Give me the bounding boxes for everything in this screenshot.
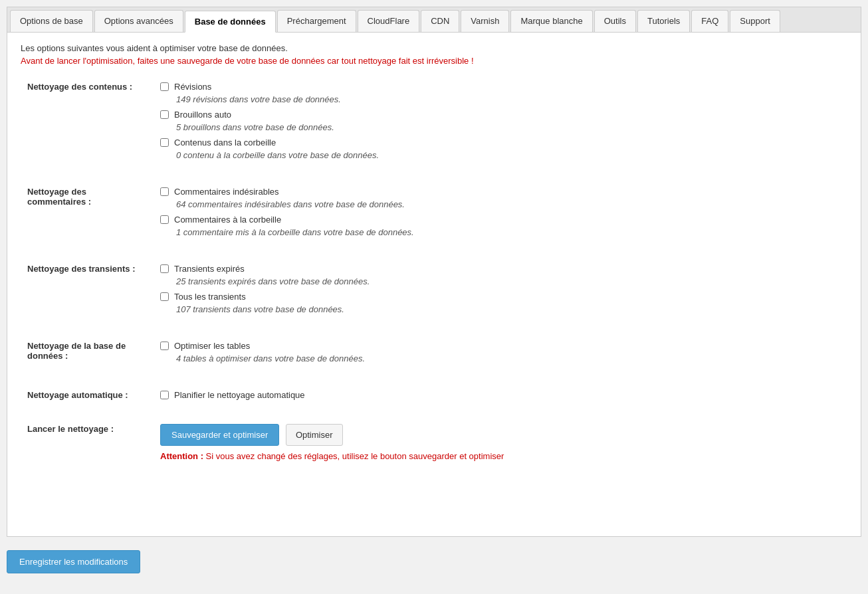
tab-tutoriels[interactable]: Tutoriels	[637, 10, 690, 32]
stat-transients-expires: 25 transients expirés dans votre base de…	[176, 276, 841, 286]
info-warning: Avant de lancer l'optimisation, faites u…	[21, 56, 847, 66]
label-commentaires: Nettoyage des commentaires :	[21, 181, 154, 248]
save-optimize-button[interactable]: Sauvegarder et optimiser	[160, 424, 279, 446]
gap-row-5	[21, 408, 847, 419]
attention-prefix: Attention :	[160, 451, 206, 461]
label-commentaires-corbeille[interactable]: Commentaires à la corbeille	[174, 215, 281, 225]
tab-varnish[interactable]: Varnish	[461, 10, 509, 32]
settings-table: Nettoyage des contenus : Révisions 149 r…	[21, 76, 847, 466]
bottom-bar: Enregistrer les modifications	[7, 546, 861, 577]
save-modifications-button[interactable]: Enregistrer les modifications	[7, 550, 140, 573]
tab-marque-blanche[interactable]: Marque blanche	[510, 10, 592, 32]
section-bdd: Nettoyage de la base de données : Optimi…	[21, 336, 847, 374]
page-wrapper: Options de baseOptions avancéesBase de d…	[7, 7, 861, 577]
tab-cdn[interactable]: CDN	[421, 10, 459, 32]
options-commentaires: Commentaires indésirables 64 commentaire…	[154, 181, 847, 248]
gap-row-1	[21, 171, 847, 181]
tab-cloudflare[interactable]: CloudFlare	[358, 10, 420, 32]
gap-row-4	[21, 374, 847, 385]
label-auto: Nettoyage automatique :	[21, 385, 154, 408]
checkbox-tous-transients[interactable]	[160, 292, 169, 301]
section-transients: Nettoyage des transients : Transients ex…	[21, 258, 847, 325]
options-auto: Planifier le nettoyage automatique	[154, 385, 847, 408]
label-tous-transients[interactable]: Tous les transients	[174, 292, 246, 302]
tab-faq[interactable]: FAQ	[691, 10, 728, 32]
tab-prechargement[interactable]: Préchargement	[277, 10, 356, 32]
section-launch: Lancer le nettoyage : Sauvegarder et opt…	[21, 419, 847, 466]
checkbox-row-contenus-corbeille: Contenus dans la corbeille	[160, 138, 841, 148]
info-description: Les options suivantes vous aident à opti…	[21, 43, 847, 53]
tab-base-de-donnees[interactable]: Base de données	[185, 11, 276, 33]
label-planifier-auto[interactable]: Planifier le nettoyage automatique	[174, 390, 305, 400]
checkbox-row-transients-expires: Transients expirés	[160, 264, 841, 274]
tab-outils[interactable]: Outils	[594, 10, 636, 32]
checkbox-row-brouillons: Brouillons auto	[160, 110, 841, 120]
options-launch: Sauvegarder et optimiser Optimiser Atten…	[154, 419, 847, 466]
checkbox-row-revisions: Révisions	[160, 82, 841, 92]
checkbox-row-optimiser-tables: Optimiser les tables	[160, 341, 841, 351]
options-bdd: Optimiser les tables 4 tables à optimise…	[154, 336, 847, 374]
stat-contenus-corbeille: 0 contenu à la corbeille dans votre base…	[176, 150, 841, 160]
section-contenus: Nettoyage des contenus : Révisions 149 r…	[21, 76, 847, 171]
checkbox-commentaires-indesirables[interactable]	[160, 187, 169, 196]
label-brouillons-auto[interactable]: Brouillons auto	[174, 110, 231, 120]
label-revisions[interactable]: Révisions	[174, 82, 211, 92]
options-contenus: Révisions 149 révisions dans votre base …	[154, 76, 847, 171]
checkbox-row-commentaires-indesirables: Commentaires indésirables	[160, 187, 841, 197]
content-area: Les options suivantes vous aident à opti…	[7, 32, 861, 537]
checkbox-planifier-auto[interactable]	[160, 391, 169, 399]
section-auto: Nettoyage automatique : Planifier le net…	[21, 385, 847, 408]
stat-tous-transients: 107 transients dans votre base de donnée…	[176, 304, 841, 314]
tab-options-avancees[interactable]: Options avancées	[94, 10, 183, 32]
section-commentaires: Nettoyage des commentaires : Commentaire…	[21, 181, 847, 248]
checkbox-row-tous-transients: Tous les transients	[160, 292, 841, 302]
label-bdd: Nettoyage de la base de données :	[21, 336, 154, 374]
label-launch: Lancer le nettoyage :	[21, 419, 154, 466]
checkbox-transients-expires[interactable]	[160, 264, 169, 273]
tab-options-base[interactable]: Options de base	[10, 10, 93, 32]
options-transients: Transients expirés 25 transients expirés…	[154, 258, 847, 325]
stat-commentaires-corbeille: 1 commentaire mis à la corbeille dans vo…	[176, 227, 841, 237]
checkbox-contenus-corbeille[interactable]	[160, 138, 169, 147]
tab-support[interactable]: Support	[730, 10, 780, 32]
stat-brouillons: 5 brouillons dans votre base de données.	[176, 122, 841, 132]
checkbox-revisions[interactable]	[160, 82, 169, 91]
checkbox-brouillons-auto[interactable]	[160, 110, 169, 119]
label-transients: Nettoyage des transients :	[21, 258, 154, 325]
action-buttons: Sauvegarder et optimiser Optimiser	[160, 424, 841, 446]
stat-optimiser-tables: 4 tables à optimiser dans votre base de …	[176, 353, 841, 363]
tabs-container: Options de baseOptions avancéesBase de d…	[7, 7, 861, 32]
stat-revisions: 149 révisions dans votre base de données…	[176, 94, 841, 104]
stat-commentaires-indesirables: 64 commentaires indésirables dans votre …	[176, 199, 841, 209]
label-commentaires-indesirables[interactable]: Commentaires indésirables	[174, 187, 279, 197]
attention-detail: Si vous avez changé des réglages, utilis…	[206, 451, 504, 461]
checkbox-row-planifier-auto: Planifier le nettoyage automatique	[160, 390, 841, 400]
checkbox-row-commentaires-corbeille: Commentaires à la corbeille	[160, 215, 841, 225]
label-transients-expires[interactable]: Transients expirés	[174, 264, 245, 274]
label-contenus-corbeille[interactable]: Contenus dans la corbeille	[174, 138, 276, 148]
label-contenus: Nettoyage des contenus :	[21, 76, 154, 171]
optimize-button[interactable]: Optimiser	[286, 424, 343, 446]
gap-row-3	[21, 325, 847, 336]
checkbox-optimiser-tables[interactable]	[160, 342, 169, 350]
label-optimiser-tables[interactable]: Optimiser les tables	[174, 341, 250, 351]
gap-row-2	[21, 248, 847, 258]
attention-message: Attention : Si vous avez changé des régl…	[160, 451, 841, 461]
checkbox-commentaires-corbeille[interactable]	[160, 215, 169, 224]
